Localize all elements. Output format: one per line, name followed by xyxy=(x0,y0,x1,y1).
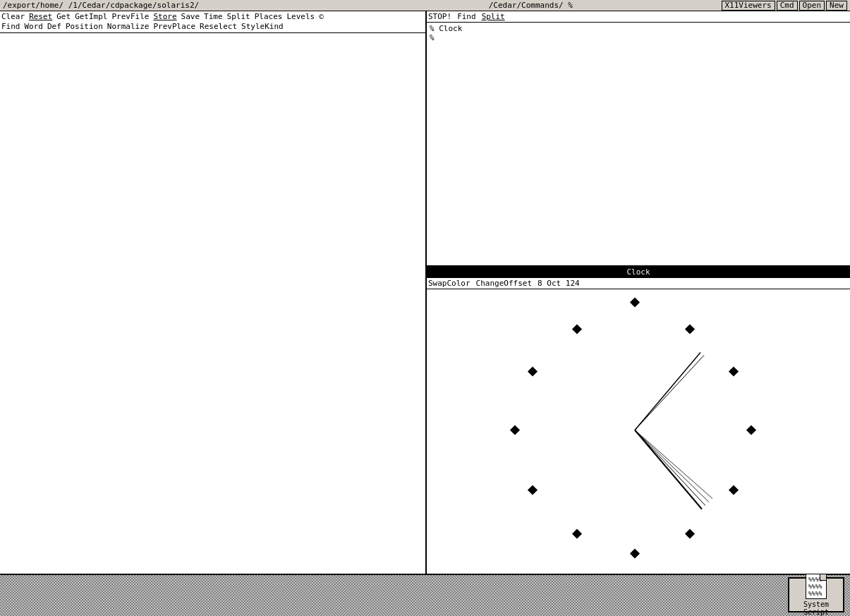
clock-minute-hand-2 xyxy=(635,430,705,506)
right-find-menu[interactable]: Find xyxy=(457,12,476,21)
left-panel: Clear Reset Get GetImpl PrevFile Store S… xyxy=(0,11,427,574)
reset-menu[interactable]: Reset xyxy=(29,12,52,22)
right-split-menu[interactable]: Split xyxy=(482,12,505,21)
clock-dot-9 xyxy=(510,425,520,435)
x11viewers-button[interactable]: X11Viewers xyxy=(722,1,775,11)
prevplace-menu[interactable]: PrevPlace xyxy=(153,22,195,32)
content-line-1: % Clock xyxy=(430,24,847,33)
store-menu[interactable]: Store xyxy=(153,12,176,22)
changeoffset-menu[interactable]: ChangeOffset xyxy=(476,279,532,288)
clock-title-bar: Clock xyxy=(427,267,850,278)
split-menu[interactable]: Split xyxy=(227,12,250,22)
top-bar-buttons: X11Viewers Cmd Open New xyxy=(722,1,847,11)
word-menu[interactable]: Word xyxy=(25,22,44,32)
copyright-menu: © xyxy=(319,12,324,22)
right-top-toolbar: STOP! Find Split xyxy=(427,11,850,23)
left-toolbar-row1: Clear Reset Get GetImpl PrevFile Store S… xyxy=(1,12,424,22)
top-bar: /export/home/ /1/Cedar/cdpackage/solaris… xyxy=(0,0,850,11)
content-line-2: % xyxy=(430,33,847,42)
clock-dot-1 xyxy=(685,324,695,334)
clock-content xyxy=(427,289,850,574)
clock-dot-12 xyxy=(630,297,640,307)
right-top-panel: STOP! Find Split % Clock % xyxy=(427,11,850,267)
system-script-button[interactable]: %%%%%%%%%%%% System Script xyxy=(788,577,844,612)
get-menu[interactable]: Get xyxy=(56,12,71,22)
clock-second-hand xyxy=(635,430,709,502)
left-path-label: /export/home/ /1/Cedar/cdpackage/solaris… xyxy=(3,1,199,10)
date-display: 8 Oct 124 xyxy=(538,279,580,288)
clock-minute-hand xyxy=(635,430,702,509)
clock-dot-11 xyxy=(572,324,582,334)
time-menu[interactable]: Time xyxy=(204,12,223,22)
stop-menu[interactable]: STOP! xyxy=(428,12,451,21)
clock-hour-hand-2 xyxy=(635,356,704,430)
cmd-button[interactable]: Cmd xyxy=(777,1,798,11)
clear-menu[interactable]: Clear xyxy=(1,12,25,22)
left-toolbar-row2: Find Word Def Position Normalize PrevPla… xyxy=(1,22,424,32)
new-button[interactable]: New xyxy=(826,1,847,11)
places-menu[interactable]: Places xyxy=(255,12,283,22)
right-top-content: % Clock % xyxy=(427,23,850,265)
position-menu[interactable]: Position xyxy=(66,22,103,32)
right-path-label: /Cedar/Commands/ % xyxy=(489,1,573,10)
swapcolor-menu[interactable]: SwapColor xyxy=(428,279,470,288)
clock-dot-5 xyxy=(685,529,695,538)
getimpl-menu[interactable]: GetImpl xyxy=(75,12,107,22)
clock-hour-hand xyxy=(635,353,700,430)
open-button[interactable]: Open xyxy=(799,1,825,11)
right-panel: STOP! Find Split % Clock % Clock SwapCol… xyxy=(427,11,850,574)
prevfile-menu[interactable]: PrevFile xyxy=(111,12,149,22)
levels-menu[interactable]: Levels xyxy=(286,12,315,22)
clock-toolbar: SwapColor ChangeOffset 8 Oct 124 xyxy=(427,278,850,289)
normalize-menu[interactable]: Normalize xyxy=(107,22,150,32)
clock-dot-2 xyxy=(729,366,739,376)
clock-dot-4 xyxy=(729,485,739,495)
def-menu[interactable]: Def xyxy=(47,22,61,32)
clock-svg xyxy=(427,289,850,574)
left-content xyxy=(0,33,425,574)
script-label-line2: Script xyxy=(803,608,829,616)
clock-dot-6 xyxy=(630,548,640,558)
reselect-menu[interactable]: Reselect xyxy=(200,22,237,32)
stylekind-menu[interactable]: StyleKind xyxy=(241,22,284,32)
main-layout: Clear Reset Get GetImpl PrevFile Store S… xyxy=(0,11,850,574)
bottom-bar: %%%%%%%%%%%% System Script xyxy=(0,574,850,616)
save-menu[interactable]: Save xyxy=(181,12,200,22)
clock-dot-7 xyxy=(572,529,582,538)
clock-dot-3 xyxy=(746,425,756,435)
script-label-line1: System xyxy=(803,600,829,608)
clock-dot-10 xyxy=(528,366,538,376)
left-toolbar: Clear Reset Get GetImpl PrevFile Store S… xyxy=(0,11,425,33)
clock-dot-8 xyxy=(528,485,538,495)
clock-second-hand-2 xyxy=(635,430,712,499)
script-icon: %%%%%%%%%%%% xyxy=(806,574,827,599)
clock-panel: Clock SwapColor ChangeOffset 8 Oct 124 xyxy=(427,267,850,574)
find-menu[interactable]: Find xyxy=(1,22,20,32)
